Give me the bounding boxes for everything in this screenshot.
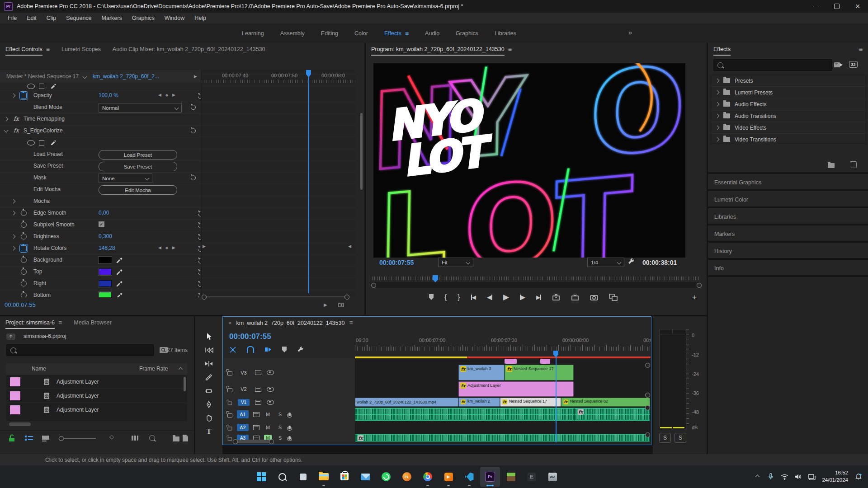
- new-custom-bin-icon[interactable]: [828, 163, 835, 168]
- timeline-add-marker-icon[interactable]: [282, 347, 287, 352]
- opacity-expand-icon[interactable]: [11, 94, 16, 98]
- project-hscrollbar[interactable]: [9, 422, 31, 426]
- fit-dropdown[interactable]: Fit: [438, 258, 473, 267]
- clip-adjustment-layer-v2[interactable]: fx Adjustment Layer: [458, 381, 574, 397]
- track-lock-icon[interactable]: [228, 427, 232, 430]
- mask-reset-icon[interactable]: [190, 174, 197, 182]
- mark-out-button[interactable]: }: [458, 293, 460, 301]
- taskbar-premiere-active[interactable]: Pr: [480, 467, 500, 487]
- workspace-audio[interactable]: Audio: [425, 30, 439, 37]
- track-lock-icon[interactable]: [227, 371, 232, 375]
- new-item-icon[interactable]: [182, 434, 189, 442]
- timeline-tab-close-icon[interactable]: ×: [228, 319, 232, 326]
- mark-in-button[interactable]: {: [444, 293, 447, 301]
- track-a2-label[interactable]: A2: [237, 424, 249, 431]
- program-scroll-left-knob[interactable]: [371, 283, 376, 288]
- mask-dropdown[interactable]: None: [99, 174, 152, 183]
- taskbar-task-view-button[interactable]: [293, 467, 313, 487]
- track-v3-content[interactable]: fx km_woilah 2 fx Nested Sequence 17: [355, 364, 651, 381]
- program-scroll-right-knob[interactable]: [697, 283, 702, 288]
- rotate-colors-stopwatch-icon[interactable]: [21, 245, 27, 251]
- taskbar-minecraft[interactable]: [501, 467, 521, 487]
- bottom-eyedropper-icon[interactable]: [116, 291, 123, 297]
- clip-source-mp4-v1[interactable]: woilah 2_720p_60f_20240122_143530.mp4: [355, 398, 458, 407]
- go-to-in-button[interactable]: ◀: [471, 294, 476, 300]
- keyframe-area[interactable]: 00:00:07:40 00:00:07:50 00:00:08:0 ▶ ◀: [201, 70, 356, 297]
- ec-hscroll-right-knob[interactable]: [344, 295, 349, 300]
- column-frame-rate[interactable]: Frame Rate: [139, 366, 168, 372]
- workspace-color[interactable]: Color: [354, 30, 368, 37]
- tab-lumetri-scopes[interactable]: Lumetri Scopes: [61, 43, 101, 56]
- clip-nested-seq-02-v1[interactable]: fx Nested Sequence 02: [561, 398, 650, 407]
- rotate-colors-value[interactable]: 146,28: [99, 245, 115, 251]
- keyframe-prev-icon[interactable]: ◀: [348, 244, 351, 249]
- nest-sequence-toggle-icon[interactable]: [229, 346, 237, 353]
- track-v3-header[interactable]: V3: [223, 364, 359, 381]
- subpixel-checkbox[interactable]: ✓: [99, 221, 104, 227]
- snap-magnet-icon[interactable]: [247, 346, 254, 353]
- selection-tool[interactable]: [201, 331, 217, 343]
- background-color-swatch[interactable]: [99, 257, 112, 263]
- timeline-hscrollbar[interactable]: [235, 440, 271, 443]
- right-eyedropper-icon[interactable]: [116, 280, 123, 286]
- clip-km-woilah-v1[interactable]: fx km_woilah 2: [458, 398, 500, 407]
- track-v1-content[interactable]: woilah 2_720p_60f_20240122_143530.mp4 fx…: [355, 397, 651, 408]
- subpixel-reset-icon[interactable]: [197, 222, 201, 230]
- ec-bottom-timecode[interactable]: 00:00:07:55: [5, 301, 36, 308]
- project-breadcrumb[interactable]: simsmisa-6.prproj: [24, 333, 66, 339]
- load-preset-button[interactable]: Load Preset: [99, 150, 177, 160]
- tab-program[interactable]: Program: km_woilah 2_720p_60f_20240122_1…: [371, 43, 505, 56]
- track-a1-content[interactable]: fx: [355, 407, 651, 422]
- workspace-libraries[interactable]: Libraries: [495, 30, 516, 37]
- brightness-value[interactable]: 0,300: [99, 233, 112, 239]
- taskbar-media-player[interactable]: ▶: [439, 467, 458, 487]
- timeline-hscroll-left-knob[interactable]: [233, 439, 238, 444]
- timeline-vscroll-knob[interactable]: [645, 432, 650, 437]
- delete-custom-item-icon[interactable]: [851, 162, 857, 168]
- track-v2-header[interactable]: V2: [223, 381, 359, 398]
- ec-hscrollbar[interactable]: [203, 296, 348, 297]
- brightness-stopwatch-icon[interactable]: [21, 234, 27, 239]
- solo-right-button[interactable]: S: [675, 433, 686, 443]
- razor-tool[interactable]: [201, 371, 217, 383]
- rotate-colors-expand-icon[interactable]: [11, 246, 16, 251]
- project-vscrollbar[interactable]: [184, 377, 186, 391]
- export-keyframes-icon[interactable]: [338, 302, 344, 308]
- hand-tool[interactable]: [201, 412, 217, 424]
- timeline-vscroll-knob[interactable]: [645, 363, 650, 368]
- maximize-button[interactable]: [826, 0, 847, 13]
- menu-sequence[interactable]: Sequence: [61, 15, 96, 21]
- rotate-add-keyframe-icon[interactable]: ◆: [165, 246, 168, 250]
- taskbar-wz-app[interactable]: WZ: [542, 467, 562, 487]
- opacity-reset-icon[interactable]: [197, 93, 201, 100]
- time-remapping-expand-icon[interactable]: [4, 117, 9, 122]
- project-menu-icon[interactable]: ≡: [58, 319, 62, 326]
- edge-smooth-expand-icon[interactable]: [11, 211, 16, 216]
- clip-adjustment-mini[interactable]: [505, 359, 517, 364]
- brightness-reset-icon[interactable]: [197, 234, 201, 241]
- workspace-overflow-icon[interactable]: »: [628, 28, 632, 36]
- find-icon[interactable]: [149, 435, 155, 441]
- project-search-input[interactable]: [6, 344, 154, 356]
- tray-volume-icon[interactable]: [792, 470, 804, 483]
- tab-sequence[interactable]: km_woilah 2_720p_60f_20240122_143530: [236, 317, 345, 328]
- top-eyedropper-icon[interactable]: [116, 268, 123, 275]
- project-row-adjustment-layer[interactable]: Adjustment Layer: [6, 375, 187, 389]
- taskbar-vscode[interactable]: [459, 467, 479, 487]
- track-v4-content[interactable]: [355, 358, 651, 365]
- right-reset-icon[interactable]: [197, 281, 201, 288]
- top-reset-icon[interactable]: [197, 269, 201, 277]
- voiceover-record-icon[interactable]: [288, 413, 291, 416]
- mask-pen-icon[interactable]: [50, 139, 56, 145]
- track-v3-label[interactable]: V3: [238, 369, 250, 377]
- ripple-edit-tool[interactable]: [201, 358, 217, 370]
- menu-clip[interactable]: Clip: [42, 15, 61, 21]
- rotate-prev-keyframe-icon[interactable]: ◀: [158, 245, 161, 250]
- expand-icon[interactable]: [715, 79, 720, 83]
- mask-rect-icon[interactable]: [39, 140, 44, 145]
- track-lock-icon[interactable]: [228, 437, 232, 441]
- effects-folder-audio-effects[interactable]: Audio Effects: [711, 99, 866, 110]
- track-output-eye-icon[interactable]: [267, 370, 274, 375]
- tray-wifi-icon[interactable]: [778, 470, 790, 483]
- right-color-swatch[interactable]: [99, 280, 112, 287]
